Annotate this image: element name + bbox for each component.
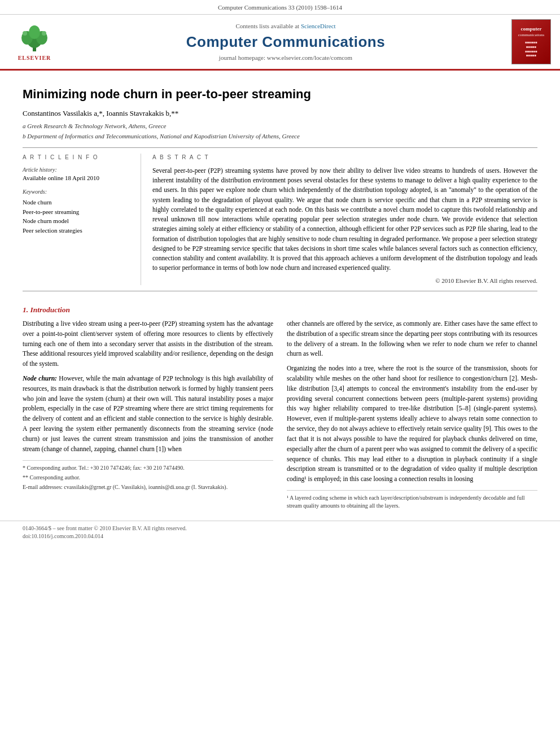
authors-text: Constantinos Vassilakis a,*, Ioannis Sta… [23, 109, 178, 117]
keywords-list: Node churn Peer-to-peer streaming Node c… [23, 198, 133, 235]
article-content: Minimizing node churn in peer-to-peer st… [0, 71, 560, 291]
journal-header: ELSEVIER Contents lists available at Sci… [0, 15, 560, 71]
doi-text: doi:10.1016/j.comcom.2010.04.014 [23, 532, 537, 540]
issn-text: 0140-3664/$ – see front matter © 2010 El… [23, 525, 537, 532]
elsevier-tree-icon [15, 22, 54, 53]
svg-point-4 [29, 25, 40, 39]
keywords-label: Keywords: [23, 188, 133, 196]
sciencedirect-link[interactable]: ScienceDirect [301, 23, 336, 29]
footnote-1-text: ¹ A layered coding scheme in which each … [287, 494, 537, 510]
copyright-text: © 2010 Elsevier B.V. All rights reserved… [152, 277, 537, 285]
body-para-4: Organizing the nodes into a tree, where … [287, 364, 537, 484]
intro-title: 1. Introduction [23, 305, 537, 316]
body-left-col: Distributing a live video stream using a… [23, 319, 273, 512]
citation-bar: Computer Communications 33 (2010) 1598–1… [0, 0, 560, 15]
footnotes-authors: * Corresponding author. Tel.: +30 210 74… [23, 460, 273, 491]
body-para-4-text: Organizing the nodes into a tree, where … [287, 365, 537, 482]
footnote-email: E-mail addresses: cvassilakis@grnet.gr (… [23, 483, 273, 491]
body-para-3-text: other channels are offered by the servic… [287, 320, 537, 357]
citation-text: Computer Communications 33 (2010) 1598–1… [218, 4, 342, 11]
cover-subtitle: communications [518, 33, 544, 38]
body-para-2-text: However, while the main advantage of P2P… [23, 375, 273, 452]
abstract-text: Several peer-to-peer (P2P) streaming sys… [152, 166, 537, 273]
affiliation-b: b Department of Informatics and Telecomm… [23, 132, 537, 141]
body-right-col: other channels are offered by the servic… [287, 319, 537, 512]
abstract-header: A B S T R A C T [152, 154, 537, 161]
divider-1 [23, 147, 537, 148]
affiliation-a: a Greek Research & Technology Network, A… [23, 122, 537, 130]
affiliations: a Greek Research & Technology Network, A… [23, 122, 537, 141]
body-two-col: Distributing a live video stream using a… [23, 319, 537, 512]
article-info-header: A R T I C L E I N F O [23, 154, 133, 161]
history-label: Article history: [23, 166, 133, 174]
journal-cover: computer communications ■■■■■■■■■■■■■■■■… [511, 19, 551, 64]
svg-point-6 [42, 31, 46, 36]
footnote-corresponding-2: ** Corresponding author. [23, 474, 273, 482]
keyword-4: Peer selection strategies [23, 226, 133, 235]
body-para-1-text: Distributing a live video stream using a… [23, 320, 273, 367]
body-para-1: Distributing a live video stream using a… [23, 319, 273, 369]
footnote-corresponding-1: * Corresponding author. Tel.: +30 210 74… [23, 464, 273, 472]
journal-homepage: journal homepage: www.elsevier.com/locat… [69, 54, 502, 62]
journal-center: Contents lists available at ScienceDirec… [69, 22, 502, 62]
bottom-bar: 0140-3664/$ – see front matter © 2010 El… [0, 521, 560, 544]
footnote-1-section: ¹ A layered coding scheme in which each … [287, 490, 537, 510]
keyword-3: Node churn model [23, 216, 133, 226]
journal-title: Computer Communications [69, 32, 502, 52]
node-churn-title: Node churn: [23, 375, 57, 382]
article-info-panel: A R T I C L E I N F O Article history: A… [23, 154, 141, 285]
body-para-3: other channels are offered by the servic… [287, 319, 537, 359]
keyword-2: Peer-to-peer streaming [23, 207, 133, 217]
abstract-panel: A B S T R A C T Several peer-to-peer (P2… [152, 154, 537, 285]
authors: Constantinos Vassilakis a,*, Ioannis Sta… [23, 108, 537, 119]
article-info-abstract: A R T I C L E I N F O Article history: A… [23, 154, 537, 285]
available-online: Available online 18 April 2010 [23, 174, 133, 182]
svg-point-5 [23, 31, 27, 36]
elsevier-label: ELSEVIER [18, 54, 51, 62]
body-para-2: Node churn: However, while the main adva… [23, 374, 273, 455]
cover-image: computer communications ■■■■■■■■■■■■■■■■… [511, 19, 551, 64]
divider-2 [23, 291, 537, 291]
keyword-1: Node churn [23, 198, 133, 207]
article-title: Minimizing node churn in peer-to-peer st… [23, 86, 537, 103]
sciencedirect-line: Contents lists available at ScienceDirec… [69, 22, 502, 30]
body-content: 1. Introduction Distributing a live vide… [0, 297, 560, 512]
elsevier-logo: ELSEVIER [9, 22, 60, 62]
cover-title: computer [521, 26, 542, 32]
